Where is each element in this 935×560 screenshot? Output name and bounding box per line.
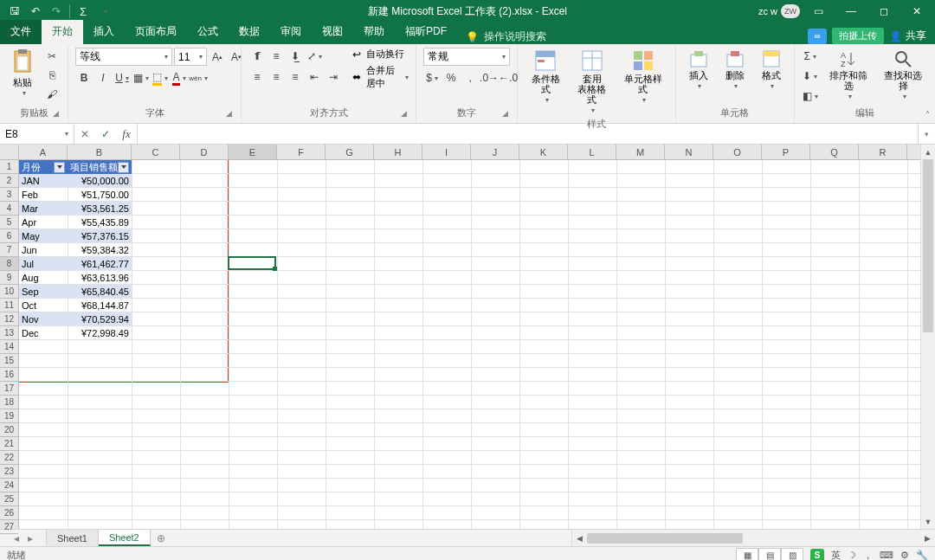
row-header[interactable]: 13 — [0, 326, 18, 340]
tab-insert[interactable]: 插入 — [83, 20, 125, 44]
table-cell[interactable]: Mar — [19, 202, 68, 216]
table-cell[interactable]: Oct — [19, 299, 68, 312]
table-cell[interactable]: ¥63,613.96 — [68, 271, 132, 285]
row-header[interactable]: 21 — [0, 437, 18, 451]
column-header[interactable]: C — [132, 145, 180, 159]
percent-icon[interactable]: % — [442, 69, 460, 87]
table-cell[interactable]: ¥53,561.25 — [68, 202, 132, 216]
dialog-launcher-icon[interactable]: ◢ — [223, 109, 234, 119]
column-header[interactable]: M — [616, 145, 665, 159]
row-header[interactable]: 23 — [0, 465, 18, 479]
table-cell[interactable]: May — [19, 229, 68, 243]
table-cell[interactable]: Jun — [19, 243, 68, 257]
new-sheet-icon[interactable]: ⊕ — [151, 530, 171, 546]
column-headers[interactable]: ABCDEFGHIJKLMNOPQR — [19, 145, 920, 160]
row-header[interactable]: 3 — [0, 188, 18, 202]
row-header[interactable]: 22 — [0, 451, 18, 465]
column-header[interactable]: Q — [810, 145, 859, 159]
scroll-right-icon[interactable]: ▶ — [920, 534, 935, 543]
table-cell[interactable]: Feb — [19, 188, 68, 202]
tab-formulas[interactable]: 公式 — [187, 20, 229, 44]
format-as-table-button[interactable]: 套用 表格格式▾ — [571, 48, 613, 116]
tell-me-search[interactable]: 💡 操作说明搜索 — [466, 29, 546, 44]
dialog-launcher-icon[interactable]: ◢ — [500, 109, 510, 119]
table-cell[interactable]: Nov — [19, 312, 68, 326]
cloud-icon[interactable]: ∞ — [808, 29, 827, 44]
row-header[interactable]: 7 — [0, 243, 18, 257]
horizontal-scrollbar[interactable]: ◀ ▶ — [571, 530, 935, 546]
bold-button[interactable]: B — [75, 69, 93, 87]
table-cell[interactable]: Aug — [19, 271, 68, 285]
tools-icon[interactable]: 🔧 — [916, 550, 928, 560]
find-select-button[interactable]: 查找和选择▾ — [879, 48, 928, 102]
row-header[interactable]: 2 — [0, 174, 18, 188]
save-icon[interactable]: 🖫 — [5, 2, 24, 21]
column-header[interactable]: B — [68, 145, 132, 159]
row-header[interactable]: 10 — [0, 285, 18, 299]
undo-icon[interactable]: ↶ — [26, 2, 45, 21]
table-cell[interactable]: ¥70,529.94 — [68, 312, 132, 326]
merge-center-button[interactable]: ⬌合并后居中▾ — [352, 64, 409, 90]
tab-help[interactable]: 帮助 — [353, 20, 395, 44]
fill-color-icon[interactable]: ⬚▾ — [152, 69, 169, 87]
align-right-icon[interactable]: ≡ — [287, 68, 304, 86]
align-center-icon[interactable]: ≡ — [268, 68, 285, 86]
row-header[interactable]: 15 — [0, 354, 18, 368]
dialog-launcher-icon[interactable]: ◢ — [398, 109, 409, 119]
row-header[interactable]: 11 — [0, 299, 18, 312]
font-size-combo[interactable]: 11▾ — [174, 48, 207, 66]
table-cell[interactable]: ¥57,376.15 — [68, 229, 132, 243]
row-header[interactable]: 17 — [0, 382, 18, 396]
share-button[interactable]: 👤 共享 — [889, 29, 926, 43]
column-header[interactable]: H — [374, 145, 422, 159]
collapse-ribbon-icon[interactable]: ˄ — [925, 110, 930, 119]
sheet-tab[interactable]: Sheet1 — [47, 530, 99, 546]
ime-lang[interactable]: 英 — [831, 549, 841, 560]
row-header[interactable]: 5 — [0, 216, 18, 229]
enter-formula-icon[interactable]: ✓ — [95, 128, 116, 140]
row-header[interactable]: 27 — [0, 520, 18, 534]
row-header[interactable]: 9 — [0, 271, 18, 285]
scroll-down-icon[interactable]: ▼ — [921, 514, 935, 529]
moon-icon[interactable]: ☽ — [848, 550, 856, 560]
column-header[interactable]: D — [180, 145, 229, 159]
clear-button[interactable]: ◧▾ — [802, 87, 819, 105]
tab-review[interactable]: 审阅 — [270, 20, 312, 44]
table-cell[interactable]: Apr — [19, 216, 68, 229]
filter-dropdown-icon[interactable] — [54, 162, 65, 173]
row-header[interactable]: 12 — [0, 312, 18, 326]
redo-icon[interactable]: ↷ — [47, 2, 66, 21]
column-header[interactable]: L — [568, 145, 616, 159]
tab-page-layout[interactable]: 页面布局 — [125, 20, 187, 44]
scroll-thumb[interactable] — [923, 159, 933, 332]
tab-file[interactable]: 文件 — [0, 20, 42, 44]
column-header[interactable]: F — [277, 145, 326, 159]
normal-view-icon[interactable]: ▦ — [736, 548, 758, 561]
tab-foxit-pdf[interactable]: 福昕PDF — [395, 20, 457, 44]
upload-button[interactable]: 拍摄上传 — [832, 28, 884, 44]
tab-home[interactable]: 开始 — [42, 20, 83, 44]
page-break-view-icon[interactable]: ▨ — [781, 548, 803, 561]
align-middle-icon[interactable]: ≡ — [268, 48, 285, 65]
close-icon[interactable]: ✕ — [902, 0, 932, 23]
grow-font-icon[interactable]: A▴ — [209, 48, 226, 66]
paste-button[interactable]: 粘贴 ▾ — [7, 48, 38, 99]
cancel-formula-icon[interactable]: ✕ — [74, 128, 95, 140]
table-header-cell[interactable]: 月份 — [19, 160, 68, 174]
row-headers[interactable]: 1234567891011121314151617181920212223242… — [0, 160, 19, 529]
copy-icon[interactable]: ⎘ — [43, 67, 61, 84]
align-top-icon[interactable]: ⬆̄ — [248, 48, 266, 65]
table-cell[interactable]: JAN — [19, 174, 68, 188]
table-cell[interactable]: ¥55,435.89 — [68, 216, 132, 229]
wrap-text-button[interactable]: ↩自动换行 — [352, 48, 409, 61]
column-header[interactable]: J — [471, 145, 519, 159]
table-cell[interactable]: ¥50,000.00 — [68, 174, 132, 188]
orientation-icon[interactable]: ⤢▾ — [306, 48, 323, 65]
table-cell[interactable]: Dec — [19, 326, 68, 340]
row-header[interactable]: 20 — [0, 423, 18, 437]
column-header[interactable]: G — [326, 145, 374, 159]
cut-icon[interactable]: ✂ — [43, 48, 61, 65]
table-cell[interactable]: ¥68,144.87 — [68, 299, 132, 312]
maximize-icon[interactable]: ◻ — [869, 0, 899, 23]
row-header[interactable]: 14 — [0, 340, 18, 354]
